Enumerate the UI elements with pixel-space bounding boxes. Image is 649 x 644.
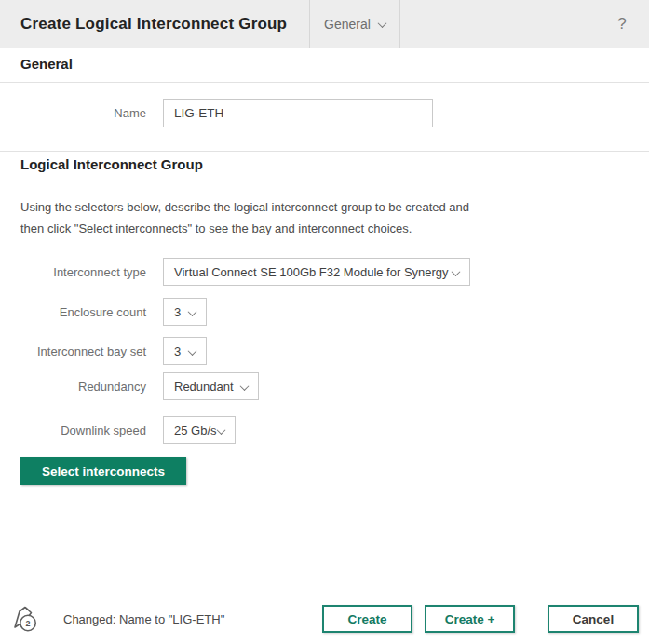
redundancy-dropdown[interactable]: Redundant (163, 372, 259, 400)
bay-set-value: 3 (174, 344, 181, 358)
help-icon[interactable]: ? (608, 0, 636, 48)
footer-divider (0, 597, 649, 597)
changes-count-number: 2 (25, 619, 30, 628)
create-button[interactable]: Create (322, 605, 412, 633)
create-lig-dialog: Create Logical Interconnect Group Genera… (0, 0, 649, 644)
downlink-speed-value: 25 Gb/s (174, 423, 217, 437)
interconnect-type-value: Virtual Connect SE 100Gb F32 Module for … (174, 265, 449, 279)
select-interconnects-button[interactable]: Select interconnects (20, 457, 186, 485)
change-status-text: Changed: Name to "LIG-ETH" (63, 605, 224, 633)
downlink-speed-dropdown[interactable]: 25 Gb/s (163, 416, 236, 444)
redundancy-value: Redundant (174, 380, 234, 394)
dialog-header: Create Logical Interconnect Group Genera… (0, 0, 649, 48)
divider (0, 82, 649, 83)
lig-description: Using the selectors below, describe the … (20, 196, 542, 239)
chevron-down-icon (188, 346, 197, 356)
bay-set-label: Interconnect bay set (0, 337, 146, 366)
header-divider-right (399, 0, 400, 48)
section-selector-label: General (324, 17, 371, 32)
lig-section-heading: Logical Interconnect Group (20, 156, 203, 172)
dialog-title: Create Logical Interconnect Group (20, 0, 287, 48)
chevron-down-icon (188, 307, 197, 316)
chevron-down-icon (377, 19, 386, 28)
lig-description-line1: Using the selectors below, describe the … (20, 200, 469, 214)
create-plus-button[interactable]: Create + (425, 605, 515, 633)
changes-count-icon[interactable]: 2 (10, 603, 42, 635)
lig-description-line2: then click "Select interconnects" to see… (20, 221, 412, 235)
chevron-down-icon (452, 267, 461, 276)
name-label: Name (0, 99, 146, 127)
interconnect-type-label: Interconnect type (0, 258, 146, 287)
cancel-button[interactable]: Cancel (548, 605, 639, 633)
redundancy-label: Redundancy (0, 372, 146, 401)
chevron-down-icon (240, 382, 250, 391)
enclosure-count-dropdown[interactable]: 3 (163, 298, 207, 326)
divider (0, 151, 649, 152)
bay-set-dropdown[interactable]: 3 (163, 337, 207, 365)
general-section-heading: General (20, 56, 73, 72)
chevron-down-icon (217, 425, 226, 435)
interconnect-type-dropdown[interactable]: Virtual Connect SE 100Gb F32 Module for … (163, 258, 470, 286)
enclosure-count-label: Enclosure count (0, 298, 146, 327)
section-selector-dropdown[interactable]: General (310, 0, 399, 48)
name-input[interactable] (163, 99, 433, 127)
downlink-speed-label: Downlink speed (0, 416, 146, 445)
enclosure-count-value: 3 (174, 305, 181, 319)
